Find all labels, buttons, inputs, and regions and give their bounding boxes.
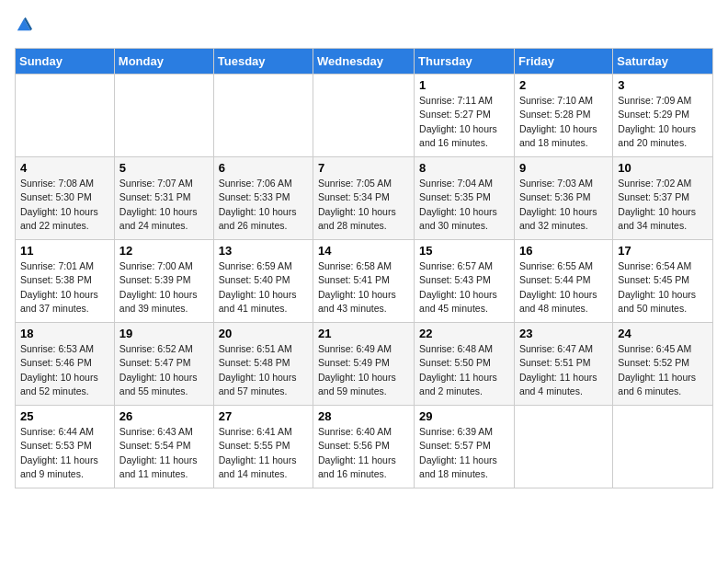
- calendar-cell: 2Sunrise: 7:10 AM Sunset: 5:28 PM Daylig…: [514, 75, 612, 157]
- calendar-cell: [114, 75, 213, 157]
- day-info: Sunrise: 6:53 AM Sunset: 5:46 PM Dayligh…: [20, 342, 109, 398]
- day-info: Sunrise: 6:41 AM Sunset: 5:55 PM Dayligh…: [219, 425, 308, 481]
- day-number: 2: [519, 78, 608, 92]
- day-number: 1: [419, 78, 509, 92]
- calendar-week-row: 18Sunrise: 6:53 AM Sunset: 5:46 PM Dayli…: [16, 323, 713, 406]
- calendar-cell: 3Sunrise: 7:09 AM Sunset: 5:29 PM Daylig…: [613, 75, 713, 157]
- calendar-cell: 14Sunrise: 6:58 AM Sunset: 5:41 PM Dayli…: [313, 240, 415, 323]
- calendar-cell: [213, 75, 313, 157]
- day-info: Sunrise: 6:59 AM Sunset: 5:40 PM Dayligh…: [219, 259, 308, 316]
- day-number: 10: [618, 161, 708, 175]
- calendar-cell: 19Sunrise: 6:52 AM Sunset: 5:47 PM Dayli…: [114, 323, 213, 406]
- day-info: Sunrise: 7:00 AM Sunset: 5:39 PM Dayligh…: [119, 259, 209, 316]
- day-number: 25: [20, 409, 109, 423]
- weekday-header-thursday: Thursday: [415, 49, 515, 75]
- day-number: 8: [419, 161, 509, 175]
- day-number: 9: [519, 161, 608, 175]
- calendar-cell: 29Sunrise: 6:39 AM Sunset: 5:57 PM Dayli…: [415, 406, 515, 488]
- day-number: 28: [318, 409, 409, 423]
- calendar-cell: 1Sunrise: 7:11 AM Sunset: 5:27 PM Daylig…: [415, 75, 515, 157]
- day-info: Sunrise: 6:44 AM Sunset: 5:53 PM Dayligh…: [20, 425, 109, 481]
- day-info: Sunrise: 6:49 AM Sunset: 5:49 PM Dayligh…: [318, 342, 409, 398]
- day-number: 29: [419, 409, 509, 423]
- logo: [15, 15, 32, 37]
- calendar-week-row: 1Sunrise: 7:11 AM Sunset: 5:27 PM Daylig…: [16, 75, 713, 157]
- day-number: 17: [618, 244, 708, 258]
- calendar-cell: [16, 75, 115, 157]
- day-number: 19: [119, 327, 209, 340]
- calendar-cell: 6Sunrise: 7:06 AM Sunset: 5:33 PM Daylig…: [213, 157, 313, 240]
- day-number: 5: [119, 161, 209, 175]
- page-header: [15, 15, 713, 37]
- calendar-cell: 17Sunrise: 6:54 AM Sunset: 5:45 PM Dayli…: [613, 240, 713, 323]
- day-number: 16: [519, 244, 608, 258]
- day-info: Sunrise: 6:48 AM Sunset: 5:50 PM Dayligh…: [419, 342, 509, 398]
- day-info: Sunrise: 6:52 AM Sunset: 5:47 PM Dayligh…: [119, 342, 209, 398]
- calendar-cell: 11Sunrise: 7:01 AM Sunset: 5:38 PM Dayli…: [16, 240, 115, 323]
- weekday-header-friday: Friday: [514, 49, 612, 75]
- day-info: Sunrise: 7:10 AM Sunset: 5:28 PM Dayligh…: [519, 94, 608, 150]
- day-number: 22: [419, 327, 509, 340]
- calendar-cell: 24Sunrise: 6:45 AM Sunset: 5:52 PM Dayli…: [613, 323, 713, 406]
- day-number: 18: [20, 327, 109, 340]
- day-number: 3: [618, 78, 708, 92]
- day-number: 23: [519, 327, 608, 340]
- day-number: 26: [119, 409, 209, 423]
- calendar-cell: 10Sunrise: 7:02 AM Sunset: 5:37 PM Dayli…: [613, 157, 713, 240]
- calendar-week-row: 11Sunrise: 7:01 AM Sunset: 5:38 PM Dayli…: [16, 240, 713, 323]
- day-info: Sunrise: 6:58 AM Sunset: 5:41 PM Dayligh…: [318, 259, 409, 316]
- calendar-week-row: 4Sunrise: 7:08 AM Sunset: 5:30 PM Daylig…: [16, 157, 713, 240]
- day-info: Sunrise: 7:01 AM Sunset: 5:38 PM Dayligh…: [20, 259, 109, 316]
- day-info: Sunrise: 7:02 AM Sunset: 5:37 PM Dayligh…: [618, 177, 708, 233]
- calendar-cell: 23Sunrise: 6:47 AM Sunset: 5:51 PM Dayli…: [514, 323, 612, 406]
- calendar-cell: [514, 406, 612, 488]
- day-info: Sunrise: 7:09 AM Sunset: 5:29 PM Dayligh…: [618, 94, 708, 150]
- calendar-cell: [313, 75, 415, 157]
- calendar-cell: 18Sunrise: 6:53 AM Sunset: 5:46 PM Dayli…: [16, 323, 115, 406]
- day-info: Sunrise: 7:05 AM Sunset: 5:34 PM Dayligh…: [318, 177, 409, 233]
- day-info: Sunrise: 6:57 AM Sunset: 5:43 PM Dayligh…: [419, 259, 509, 316]
- logo-text: [15, 15, 32, 37]
- day-info: Sunrise: 6:43 AM Sunset: 5:54 PM Dayligh…: [119, 425, 209, 481]
- weekday-header-wednesday: Wednesday: [313, 49, 415, 75]
- calendar-cell: 4Sunrise: 7:08 AM Sunset: 5:30 PM Daylig…: [16, 157, 115, 240]
- calendar-cell: 13Sunrise: 6:59 AM Sunset: 5:40 PM Dayli…: [213, 240, 313, 323]
- weekday-header-tuesday: Tuesday: [213, 49, 313, 75]
- calendar-week-row: 25Sunrise: 6:44 AM Sunset: 5:53 PM Dayli…: [16, 406, 713, 488]
- day-info: Sunrise: 6:47 AM Sunset: 5:51 PM Dayligh…: [519, 342, 608, 398]
- day-number: 12: [119, 244, 209, 258]
- day-info: Sunrise: 7:07 AM Sunset: 5:31 PM Dayligh…: [119, 177, 209, 233]
- calendar-cell: 16Sunrise: 6:55 AM Sunset: 5:44 PM Dayli…: [514, 240, 612, 323]
- calendar-cell: 9Sunrise: 7:03 AM Sunset: 5:36 PM Daylig…: [514, 157, 612, 240]
- calendar-table: SundayMondayTuesdayWednesdayThursdayFrid…: [15, 48, 713, 488]
- weekday-header-sunday: Sunday: [16, 49, 115, 75]
- logo-icon: [16, 16, 32, 32]
- day-number: 20: [219, 327, 308, 340]
- day-info: Sunrise: 7:04 AM Sunset: 5:35 PM Dayligh…: [419, 177, 509, 233]
- day-info: Sunrise: 7:08 AM Sunset: 5:30 PM Dayligh…: [20, 177, 109, 233]
- day-number: 4: [20, 161, 109, 175]
- calendar-cell: [613, 406, 713, 488]
- day-number: 11: [20, 244, 109, 258]
- day-info: Sunrise: 6:45 AM Sunset: 5:52 PM Dayligh…: [618, 342, 708, 398]
- day-number: 13: [219, 244, 308, 258]
- calendar-cell: 21Sunrise: 6:49 AM Sunset: 5:49 PM Dayli…: [313, 323, 415, 406]
- day-number: 15: [419, 244, 509, 258]
- calendar-cell: 5Sunrise: 7:07 AM Sunset: 5:31 PM Daylig…: [114, 157, 213, 240]
- day-info: Sunrise: 6:54 AM Sunset: 5:45 PM Dayligh…: [618, 259, 708, 316]
- weekday-header-row: SundayMondayTuesdayWednesdayThursdayFrid…: [16, 49, 713, 75]
- calendar-cell: 7Sunrise: 7:05 AM Sunset: 5:34 PM Daylig…: [313, 157, 415, 240]
- calendar-cell: 12Sunrise: 7:00 AM Sunset: 5:39 PM Dayli…: [114, 240, 213, 323]
- day-info: Sunrise: 6:51 AM Sunset: 5:48 PM Dayligh…: [219, 342, 308, 398]
- day-info: Sunrise: 7:06 AM Sunset: 5:33 PM Dayligh…: [219, 177, 308, 233]
- weekday-header-monday: Monday: [114, 49, 213, 75]
- calendar-cell: 27Sunrise: 6:41 AM Sunset: 5:55 PM Dayli…: [213, 406, 313, 488]
- calendar-cell: 15Sunrise: 6:57 AM Sunset: 5:43 PM Dayli…: [415, 240, 515, 323]
- calendar-cell: 26Sunrise: 6:43 AM Sunset: 5:54 PM Dayli…: [114, 406, 213, 488]
- day-info: Sunrise: 6:40 AM Sunset: 5:56 PM Dayligh…: [318, 425, 409, 481]
- calendar-cell: 20Sunrise: 6:51 AM Sunset: 5:48 PM Dayli…: [213, 323, 313, 406]
- day-number: 21: [318, 327, 409, 340]
- day-number: 24: [618, 327, 708, 340]
- calendar-cell: 28Sunrise: 6:40 AM Sunset: 5:56 PM Dayli…: [313, 406, 415, 488]
- day-number: 6: [219, 161, 308, 175]
